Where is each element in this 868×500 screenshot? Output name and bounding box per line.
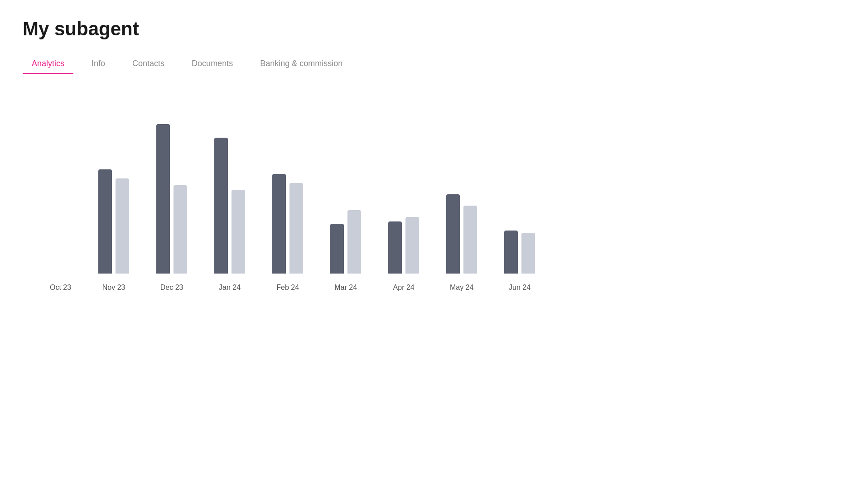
bar-pair	[504, 231, 535, 274]
page-title: My subagent	[23, 18, 845, 40]
bar-light	[405, 217, 419, 274]
tab-info[interactable]: Info	[82, 53, 114, 74]
chart-group: Mar 24	[330, 210, 361, 292]
bar-pair	[446, 194, 477, 274]
bar-dark	[504, 231, 518, 274]
bar-dark	[214, 138, 228, 274]
bar-pair	[214, 138, 245, 274]
chart-label: Jan 24	[219, 284, 241, 292]
chart-group: Feb 24	[272, 174, 303, 292]
tab-analytics[interactable]: Analytics	[23, 53, 73, 74]
chart-label: Nov 23	[102, 284, 125, 292]
chart-label: Apr 24	[393, 284, 415, 292]
chart-label: Oct 23	[50, 284, 71, 292]
chart-group: Apr 24	[388, 217, 419, 292]
bar-light	[174, 185, 187, 274]
bar-dark	[272, 174, 286, 274]
bar-dark	[388, 221, 402, 274]
chart-group: Oct 23	[50, 274, 71, 292]
bar-light	[463, 206, 477, 274]
chart-group: Jan 24	[214, 138, 245, 292]
bar-light	[231, 190, 245, 274]
bar-dark	[330, 224, 344, 274]
tabs: AnalyticsInfoContactsDocumentsBanking & …	[23, 53, 845, 74]
chart-label: Dec 23	[160, 284, 183, 292]
tab-documents[interactable]: Documents	[183, 53, 242, 74]
bar-light	[347, 210, 361, 274]
bar-light	[116, 178, 129, 274]
chart-label: May 24	[450, 284, 473, 292]
chart-area: Oct 23Nov 23Dec 23Jan 24Feb 24Mar 24Apr …	[23, 101, 845, 292]
chart-group: Jun 24	[504, 231, 535, 292]
bar-pair	[156, 124, 187, 274]
bar-dark	[98, 169, 112, 274]
tab-banking[interactable]: Banking & commission	[251, 53, 352, 74]
tab-contacts[interactable]: Contacts	[123, 53, 174, 74]
chart-group: Nov 23	[98, 169, 129, 292]
chart-group: Dec 23	[156, 124, 187, 292]
bar-pair	[98, 169, 129, 274]
chart-label: Mar 24	[334, 284, 357, 292]
bar-pair	[272, 174, 303, 274]
bar-dark	[446, 194, 460, 274]
bar-dark	[156, 124, 170, 274]
chart-label: Feb 24	[276, 284, 299, 292]
bar-pair	[388, 217, 419, 274]
bar-light	[521, 233, 535, 274]
bar-pair	[330, 210, 361, 274]
chart-group: May 24	[446, 194, 477, 292]
chart-label: Jun 24	[509, 284, 530, 292]
bar-light	[289, 183, 303, 274]
chart-container: Oct 23Nov 23Dec 23Jan 24Feb 24Mar 24Apr …	[23, 101, 845, 292]
